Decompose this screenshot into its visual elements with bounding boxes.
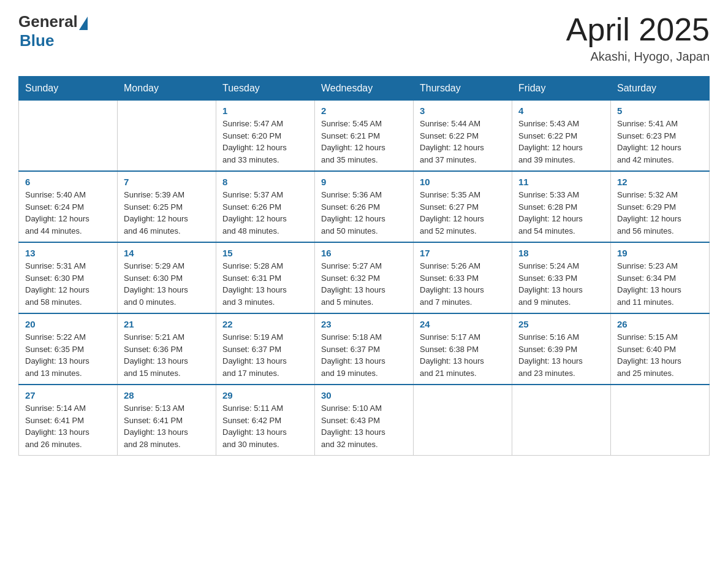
calendar-week-row: 6Sunrise: 5:40 AMSunset: 6:24 PMDaylight… [19, 171, 710, 242]
day-info: Sunrise: 5:22 AMSunset: 6:35 PMDaylight:… [25, 331, 111, 379]
day-info: Sunrise: 5:45 AMSunset: 6:21 PMDaylight:… [321, 118, 407, 166]
day-info: Sunrise: 5:15 AMSunset: 6:40 PMDaylight:… [617, 331, 703, 379]
day-number: 21 [124, 319, 210, 329]
day-info: Sunrise: 5:36 AMSunset: 6:26 PMDaylight:… [321, 189, 407, 237]
day-info: Sunrise: 5:10 AMSunset: 6:43 PMDaylight:… [321, 402, 407, 450]
day-info: Sunrise: 5:26 AMSunset: 6:33 PMDaylight:… [420, 260, 506, 308]
day-number: 3 [420, 105, 506, 116]
calendar-cell: 4Sunrise: 5:43 AMSunset: 6:22 PMDaylight… [512, 101, 611, 172]
calendar-week-row: 27Sunrise: 5:14 AMSunset: 6:41 PMDayligh… [19, 385, 710, 456]
logo-triangle-icon [79, 17, 88, 30]
calendar-cell: 8Sunrise: 5:37 AMSunset: 6:26 PMDaylight… [216, 171, 315, 242]
calendar-cell: 25Sunrise: 5:16 AMSunset: 6:39 PMDayligh… [512, 313, 611, 385]
day-info: Sunrise: 5:19 AMSunset: 6:37 PMDaylight:… [222, 331, 308, 379]
day-number: 28 [124, 390, 210, 400]
day-info: Sunrise: 5:11 AMSunset: 6:42 PMDaylight:… [222, 402, 308, 450]
day-info: Sunrise: 5:29 AMSunset: 6:30 PMDaylight:… [124, 260, 210, 308]
day-number: 17 [420, 248, 506, 258]
calendar-cell: 23Sunrise: 5:18 AMSunset: 6:37 PMDayligh… [315, 313, 414, 385]
day-info: Sunrise: 5:43 AMSunset: 6:22 PMDaylight:… [518, 118, 604, 166]
weekday-header-tuesday: Tuesday [216, 77, 315, 101]
day-number: 14 [124, 248, 210, 258]
weekday-header-friday: Friday [512, 77, 611, 101]
logo-general-text: General [18, 12, 78, 31]
calendar-cell: 1Sunrise: 5:47 AMSunset: 6:20 PMDaylight… [216, 101, 315, 172]
calendar-cell: 3Sunrise: 5:44 AMSunset: 6:22 PMDaylight… [414, 101, 512, 172]
calendar-table: SundayMondayTuesdayWednesdayThursdayFrid… [18, 76, 710, 456]
day-number: 18 [518, 248, 604, 258]
day-info: Sunrise: 5:31 AMSunset: 6:30 PMDaylight:… [25, 260, 111, 308]
day-info: Sunrise: 5:18 AMSunset: 6:37 PMDaylight:… [321, 331, 407, 379]
calendar-week-row: 13Sunrise: 5:31 AMSunset: 6:30 PMDayligh… [19, 242, 710, 313]
day-number: 15 [222, 248, 308, 258]
calendar-cell: 28Sunrise: 5:13 AMSunset: 6:41 PMDayligh… [118, 385, 216, 456]
calendar-cell: 6Sunrise: 5:40 AMSunset: 6:24 PMDaylight… [19, 171, 118, 242]
day-info: Sunrise: 5:33 AMSunset: 6:28 PMDaylight:… [518, 189, 604, 237]
calendar-cell: 29Sunrise: 5:11 AMSunset: 6:42 PMDayligh… [216, 385, 315, 456]
location-text: Akashi, Hyogo, Japan [566, 50, 710, 64]
calendar-cell: 10Sunrise: 5:35 AMSunset: 6:27 PMDayligh… [414, 171, 512, 242]
logo-blue-text: Blue [20, 31, 54, 50]
day-info: Sunrise: 5:28 AMSunset: 6:31 PMDaylight:… [222, 260, 308, 308]
day-number: 25 [518, 319, 604, 329]
day-number: 16 [321, 248, 407, 258]
calendar-cell: 21Sunrise: 5:21 AMSunset: 6:36 PMDayligh… [118, 313, 216, 385]
calendar-cell: 27Sunrise: 5:14 AMSunset: 6:41 PMDayligh… [19, 385, 118, 456]
month-title: April 2025 [566, 12, 710, 47]
calendar-cell: 14Sunrise: 5:29 AMSunset: 6:30 PMDayligh… [118, 242, 216, 313]
day-info: Sunrise: 5:24 AMSunset: 6:33 PMDaylight:… [518, 260, 604, 308]
calendar-cell: 2Sunrise: 5:45 AMSunset: 6:21 PMDaylight… [315, 101, 414, 172]
calendar-cell [19, 101, 118, 172]
day-info: Sunrise: 5:23 AMSunset: 6:34 PMDaylight:… [617, 260, 703, 308]
day-number: 9 [321, 177, 407, 187]
day-number: 5 [617, 105, 703, 116]
day-info: Sunrise: 5:14 AMSunset: 6:41 PMDaylight:… [25, 402, 111, 450]
calendar-cell: 20Sunrise: 5:22 AMSunset: 6:35 PMDayligh… [19, 313, 118, 385]
calendar-cell: 11Sunrise: 5:33 AMSunset: 6:28 PMDayligh… [512, 171, 611, 242]
day-number: 30 [321, 390, 407, 400]
day-info: Sunrise: 5:27 AMSunset: 6:32 PMDaylight:… [321, 260, 407, 308]
day-info: Sunrise: 5:39 AMSunset: 6:25 PMDaylight:… [124, 189, 210, 237]
weekday-header-wednesday: Wednesday [315, 77, 414, 101]
day-info: Sunrise: 5:17 AMSunset: 6:38 PMDaylight:… [420, 331, 506, 379]
day-number: 23 [321, 319, 407, 329]
day-number: 2 [321, 105, 407, 116]
day-info: Sunrise: 5:32 AMSunset: 6:29 PMDaylight:… [617, 189, 703, 237]
day-number: 6 [25, 177, 111, 187]
title-section: April 2025 Akashi, Hyogo, Japan [566, 12, 710, 64]
day-number: 27 [25, 390, 111, 400]
day-number: 10 [420, 177, 506, 187]
day-info: Sunrise: 5:44 AMSunset: 6:22 PMDaylight:… [420, 118, 506, 166]
calendar-cell: 17Sunrise: 5:26 AMSunset: 6:33 PMDayligh… [414, 242, 512, 313]
calendar-cell: 19Sunrise: 5:23 AMSunset: 6:34 PMDayligh… [611, 242, 710, 313]
calendar-cell: 16Sunrise: 5:27 AMSunset: 6:32 PMDayligh… [315, 242, 414, 313]
calendar-cell: 13Sunrise: 5:31 AMSunset: 6:30 PMDayligh… [19, 242, 118, 313]
day-number: 7 [124, 177, 210, 187]
day-number: 1 [222, 105, 308, 116]
day-info: Sunrise: 5:41 AMSunset: 6:23 PMDaylight:… [617, 118, 703, 166]
day-number: 20 [25, 319, 111, 329]
day-number: 4 [518, 105, 604, 116]
day-number: 26 [617, 319, 703, 329]
calendar-week-row: 1Sunrise: 5:47 AMSunset: 6:20 PMDaylight… [19, 101, 710, 172]
calendar-cell: 7Sunrise: 5:39 AMSunset: 6:25 PMDaylight… [118, 171, 216, 242]
day-number: 13 [25, 248, 111, 258]
weekday-header-monday: Monday [118, 77, 216, 101]
weekday-header-row: SundayMondayTuesdayWednesdayThursdayFrid… [19, 77, 710, 101]
calendar-cell: 12Sunrise: 5:32 AMSunset: 6:29 PMDayligh… [611, 171, 710, 242]
calendar-week-row: 20Sunrise: 5:22 AMSunset: 6:35 PMDayligh… [19, 313, 710, 385]
calendar-cell: 26Sunrise: 5:15 AMSunset: 6:40 PMDayligh… [611, 313, 710, 385]
calendar-cell [611, 385, 710, 456]
weekday-header-saturday: Saturday [611, 77, 710, 101]
day-info: Sunrise: 5:21 AMSunset: 6:36 PMDaylight:… [124, 331, 210, 379]
calendar-cell: 24Sunrise: 5:17 AMSunset: 6:38 PMDayligh… [414, 313, 512, 385]
day-number: 12 [617, 177, 703, 187]
day-info: Sunrise: 5:35 AMSunset: 6:27 PMDaylight:… [420, 189, 506, 237]
calendar-cell: 18Sunrise: 5:24 AMSunset: 6:33 PMDayligh… [512, 242, 611, 313]
day-number: 22 [222, 319, 308, 329]
day-number: 24 [420, 319, 506, 329]
day-number: 8 [222, 177, 308, 187]
calendar-cell: 5Sunrise: 5:41 AMSunset: 6:23 PMDaylight… [611, 101, 710, 172]
calendar-cell [512, 385, 611, 456]
day-number: 29 [222, 390, 308, 400]
